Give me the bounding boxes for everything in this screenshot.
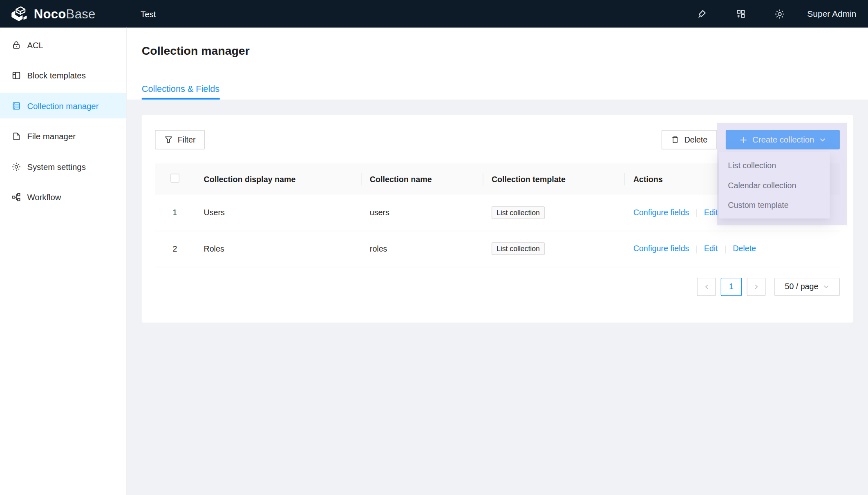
- next-page-button[interactable]: [747, 277, 765, 296]
- sidebar-item-label: File manager: [27, 132, 76, 141]
- edit-link[interactable]: Edit: [704, 208, 718, 217]
- app-root: NocoBase Test: [0, 0, 868, 495]
- menu-item-calendar-collection[interactable]: Calendar collection: [719, 175, 830, 195]
- create-collection-label: Create collection: [752, 135, 814, 145]
- layout-icon: [11, 71, 21, 80]
- navbar-right: Super Admin: [668, 9, 868, 19]
- logo-text-secondary: Base: [66, 7, 96, 21]
- sidebar-item-label: Block templates: [27, 71, 85, 80]
- logo[interactable]: NocoBase: [0, 6, 127, 22]
- lock-icon: [11, 40, 21, 49]
- page-title: Collection manager: [142, 44, 868, 58]
- filter-icon: [164, 136, 172, 144]
- nav-menu-item-test[interactable]: Test: [141, 9, 156, 18]
- gear-icon: [11, 162, 21, 171]
- sidebar-item-label: ACL: [27, 40, 43, 49]
- chevron-down-icon: [823, 283, 830, 290]
- template-badge: List collection: [492, 242, 545, 255]
- pagination: 1 50 / page: [155, 277, 840, 296]
- table-row: 2 Roles roles List collection Configure …: [155, 231, 840, 267]
- gear-icon[interactable]: [774, 9, 785, 19]
- cell-display-name: Roles: [195, 231, 361, 267]
- toolbar-right: Delete Create collection: [662, 130, 840, 149]
- page-number-1[interactable]: 1: [721, 277, 742, 296]
- sidebar-item-block-templates[interactable]: Block templates: [0, 62, 126, 88]
- sidebar-item-acl[interactable]: ACL: [0, 32, 126, 58]
- workflow-icon: [11, 192, 21, 202]
- main-area: Collection manager Collections & Fields …: [127, 28, 868, 495]
- page-size-value: 50 / page: [785, 282, 818, 291]
- column-header-display-name: Collection display name: [195, 163, 361, 195]
- sidebar-item-system-settings[interactable]: System settings: [0, 154, 126, 179]
- settings-sidebar: ACL Block templates Collection manager: [0, 28, 127, 495]
- column-header-collection-name: Collection name: [361, 163, 483, 195]
- row-index[interactable]: 2: [155, 231, 195, 267]
- delete-button-label: Delete: [684, 135, 707, 144]
- cell-template: List collection: [483, 231, 624, 267]
- divider: [725, 245, 725, 253]
- prev-page-button[interactable]: [697, 277, 716, 296]
- page-size-select[interactable]: 50 / page: [774, 277, 840, 296]
- cell-template: List collection: [483, 195, 624, 231]
- template-badge: List collection: [492, 206, 545, 219]
- delete-button[interactable]: Delete: [662, 130, 717, 149]
- filter-button-label: Filter: [178, 135, 196, 144]
- tabs-bar: Collections & Fields: [142, 83, 868, 100]
- sidebar-item-file-manager[interactable]: File manager: [0, 123, 126, 149]
- file-icon: [11, 132, 21, 141]
- sidebar-item-collection-manager[interactable]: Collection manager: [0, 93, 126, 118]
- chevron-left-icon: [703, 283, 709, 290]
- divider: [696, 209, 697, 217]
- create-collection-dropdown: List collection Calendar collection Cust…: [719, 152, 830, 219]
- trash-icon: [671, 136, 679, 144]
- user-menu[interactable]: Super Admin: [807, 9, 856, 19]
- menu-item-custom-template[interactable]: Custom template: [719, 195, 830, 215]
- cell-display-name: Users: [195, 195, 361, 231]
- tab-collections-and-fields[interactable]: Collections & Fields: [142, 83, 219, 100]
- column-header-template: Collection template: [483, 163, 624, 195]
- menu-item-list-collection[interactable]: List collection: [719, 156, 830, 176]
- sidebar-item-label: Workflow: [27, 192, 61, 202]
- cell-actions: Configure fieldsEditDelete: [624, 231, 840, 267]
- nocobase-cube-icon: [10, 6, 29, 22]
- page-header: Collection manager Collections & Fields: [127, 28, 868, 100]
- cell-collection-name: users: [361, 195, 483, 231]
- card-toolbar: Filter Delete: [155, 130, 840, 149]
- row-index[interactable]: 1: [155, 195, 195, 231]
- filter-button[interactable]: Filter: [155, 130, 205, 149]
- sidebar-item-label: System settings: [27, 162, 85, 171]
- configure-fields-link[interactable]: Configure fields: [633, 208, 689, 217]
- sidebar-item-label: Collection manager: [27, 101, 98, 110]
- create-collection-button[interactable]: Create collection: [726, 130, 840, 149]
- highlight-icon[interactable]: [697, 9, 707, 19]
- select-all-checkbox[interactable]: [170, 174, 179, 183]
- top-navbar: NocoBase Test: [0, 0, 868, 28]
- collections-card: Filter Delete: [142, 115, 853, 322]
- edit-link[interactable]: Edit: [704, 244, 718, 253]
- configure-fields-link[interactable]: Configure fields: [633, 244, 689, 253]
- logo-text: NocoBase: [34, 7, 96, 20]
- logo-text-primary: Noco: [34, 7, 66, 21]
- collection-icon: [11, 101, 21, 110]
- main-layout: ACL Block templates Collection manager: [0, 28, 868, 495]
- sidebar-item-workflow[interactable]: Workflow: [0, 184, 126, 210]
- cell-collection-name: roles: [361, 231, 483, 267]
- divider: [696, 245, 697, 253]
- plus-icon: [740, 136, 747, 144]
- delete-link[interactable]: Delete: [733, 244, 756, 253]
- chevron-right-icon: [753, 283, 759, 290]
- appstore-add-icon[interactable]: [736, 9, 746, 19]
- chevron-down-icon: [819, 136, 826, 143]
- select-all-header-cell: [155, 163, 195, 195]
